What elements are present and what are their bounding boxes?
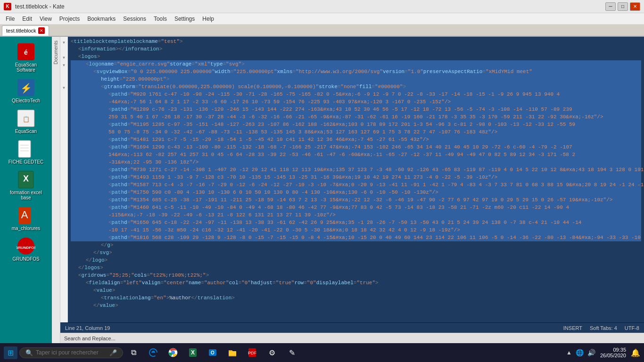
code-line-23: <path d="M1460 641 c-5 -11 -10 -49 -10 -… [71,204,641,211]
fold-column: ▼ ▼ ▼ ▼ [60,37,68,322]
menu-help[interactable]: Help [198,15,218,23]
desktop-icon-equascan[interactable]: 📋 EquaScan [2,107,50,136]
taskbar-left: ⊞ 🔍 🎤 ⧉ X O [4,344,300,361]
svg-text:GRUNDFOS: GRUNDFOS [17,246,35,250]
search-icon: 🔍 [25,349,33,356]
tab-bar: test.titleblock ✕ [0,25,644,37]
mic-icon: 🎤 [109,349,117,356]
code-line-13: 58 0 75 -8 75 -34 0 -32 -42 -67 -88 -73 … [71,128,641,136]
equascan-label: EquaScan [15,129,37,134]
edge-browser-button[interactable] [145,344,162,361]
excel-button[interactable]: X [184,344,201,361]
menu-tools[interactable]: Tools [150,15,171,23]
svg-text:📋: 📋 [23,115,30,123]
search-replace-label: Search and Replace... [64,336,116,341]
etrion-icon: é [17,42,35,61]
start-button[interactable]: ⊞ [4,346,17,359]
etrion-label: EquaScanSoftware [15,62,37,73]
title-bar: K test.titleblock - Kate ─ □ ✕ [0,0,644,13]
close-button[interactable]: ✕ [630,2,640,11]
code-line-34: <value> [71,287,641,294]
code-line-35: <translation lang="en">%author</translat… [71,294,641,302]
svg-text:X: X [23,174,29,183]
taskbar-search-input[interactable] [36,349,107,356]
menu-bookmarks[interactable]: Bookmarks [83,15,119,23]
code-line-16: 14&#xa;-113 62 -82 257 41 257 31 0 45 -6… [71,151,641,158]
documents-label[interactable]: Documents [52,39,59,66]
search-replace-bar: Search and Replace... [60,333,644,343]
code-line-29: </svg> [71,249,641,256]
menu-view[interactable]: View [36,15,56,23]
qelectrotech-label: QElectroTech [12,98,40,103]
code-editor[interactable]: ▼ ▼ ▼ ▼ <titleblocktemplateblock name="t… [60,37,644,322]
code-line-36: </value> [71,302,641,309]
code-line-10: <path d="M1289 c-76 -23 -131 -136 -120 -… [71,106,641,113]
code-line-12: <path d="M1195 1285 c-97 -35 -151 -148 -… [71,121,641,128]
window-controls: ─ □ ✕ [605,2,640,11]
system-tray: ▲ 🌐 🔊 09:35 26/05/2020 🔔 [566,347,640,358]
fold-7[interactable]: ▼ [62,84,66,91]
desktop-icon-etrion[interactable]: é EquaScanSoftware [2,41,50,74]
menu-edit[interactable]: Edit [18,15,36,23]
fiche-label: FICHE GEDTEC [8,159,43,165]
code-line-31: </logos> [71,264,641,272]
taskbar-search-box[interactable]: 🔍 🎤 [19,347,123,358]
desktop-icon-machlorures[interactable]: A ma_chlorures [2,204,50,233]
code-line-15: <path d="M1694 1290 c-43 -13 -100 -80 -1… [71,143,641,151]
fiche-icon [17,140,35,158]
tab-test-titleblock[interactable]: test.titleblock ✕ [2,25,49,36]
fold-4[interactable]: ▼ [62,61,66,69]
svg-text:X: X [191,349,195,356]
notifications-icon[interactable]: 🔔 [631,348,640,357]
window-title: test.titleblock - Kate [15,3,602,10]
menu-file[interactable]: File [2,15,18,23]
chevron-icon[interactable]: ▲ [566,349,572,356]
minimize-button[interactable]: ─ [605,2,616,11]
code-content[interactable]: <titleblocktemplateblock name="test"> <i… [68,37,644,322]
clock-date: 26/05/2020 [600,353,626,358]
code-line-6: height="225.000000pt"> [71,75,641,83]
menu-sessions[interactable]: Sessions [119,15,150,23]
desktop-icon-grundfos[interactable]: GRUNDFOS GRUNDFOS [2,235,50,263]
desktop-icon-fiche[interactable]: FICHE GEDTEC [2,138,50,166]
task-view-button[interactable]: ⧉ [125,344,142,361]
menu-bar: File Edit View Projects Bookmarks Sessio… [0,13,644,25]
code-line-5: <svg viewBox="0 0 225.000000 225.000000"… [71,68,641,75]
code-line-9: -4&#xa;-7 56 1 64 8 2 1 17 -2 33 -6 60 -… [71,98,641,106]
code-line-14: <path d="M1481 1291 c-7 -5 -15 -29 -18 -… [71,136,641,143]
desktop-sidebar: é EquaScanSoftware ⚡ QElectroTech [0,37,52,343]
menu-projects[interactable]: Projects [56,15,83,23]
code-line-1: <titleblocktemplateblock name="test"> [71,38,641,45]
qelectrotech-icon: ⚡ [17,78,35,97]
chrome-button[interactable] [165,344,182,361]
maximize-button[interactable]: □ [618,2,628,11]
code-line-20: <path d="M1587 713 c-4 -3 -7 -16 -7 -29 … [71,181,641,189]
file-explorer-button[interactable] [224,344,241,361]
taskbar-app-icons: ⧉ X O PDF [125,344,300,361]
desktop-icon-formation[interactable]: X formation excel base [2,168,50,202]
acrobat-button[interactable]: PDF [244,344,261,361]
menu-settings[interactable]: Settings [171,15,198,23]
code-line-25: <path d="M1650 645 c-18 -22 -24 -97 -11 … [71,219,641,226]
settings-button[interactable]: ⚙ [264,344,281,361]
volume-icon[interactable]: 🔊 [587,349,595,356]
code-line-11: 259 31 5 40 1 67 -26 18 -17 30 -37 28 -4… [71,113,641,121]
svg-text:A: A [21,209,28,221]
code-line-24: -115&#xa;-7 -18 -39 -22 -49 -6 -13 21 -8… [71,211,641,219]
status-right: INSERT Soft Tabs: 4 UTF-8 [563,325,639,331]
formation-label: formation excel base [4,190,48,200]
svg-text:O: O [211,350,215,355]
tab-close-button[interactable]: ✕ [38,27,45,34]
code-line-27: <path d="M1816 568 c28 -109 29 -128 9 -1… [71,234,641,241]
fold-3[interactable]: ▼ [62,54,66,61]
code-line-2: <information></information> [71,45,641,53]
outlook-button[interactable]: O [204,344,221,361]
machlorures-label: ma_chlorures [12,226,41,231]
network-icon[interactable]: 🌐 [576,349,584,356]
system-clock[interactable]: 09:35 26/05/2020 [600,347,626,358]
desktop-icon-qelectrotech[interactable]: ⚡ QElectroTech [2,76,50,105]
app9-button[interactable]: ✎ [283,344,300,361]
fold-1[interactable]: ▼ [62,39,66,46]
editor-wrapper: é EquaScanSoftware ⚡ QElectroTech [0,37,644,343]
taskbar: ⊞ 🔍 🎤 ⧉ X O [0,343,644,362]
